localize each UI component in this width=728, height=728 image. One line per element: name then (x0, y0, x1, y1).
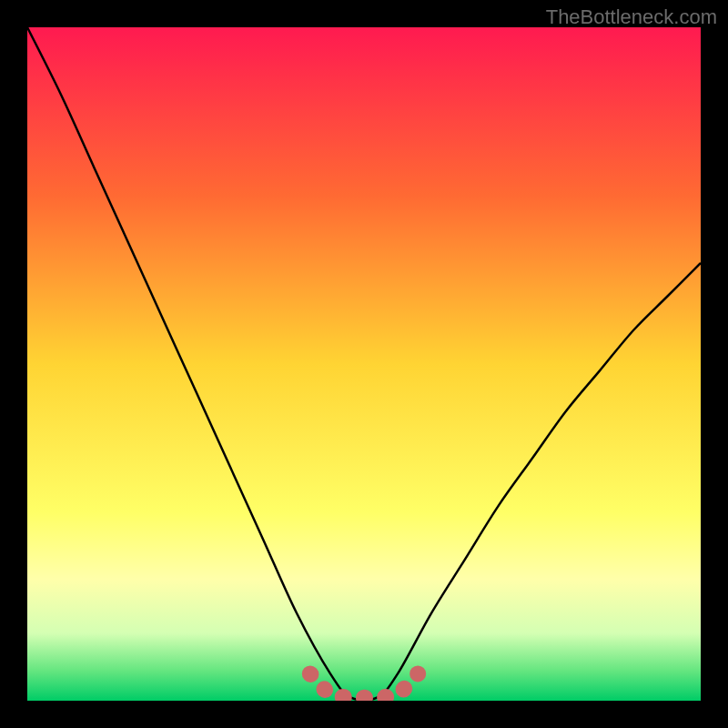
watermark-label: TheBottleneck.com (546, 5, 717, 29)
chart-plot (27, 27, 701, 701)
chart-background (27, 27, 701, 701)
chart-svg (27, 27, 701, 701)
